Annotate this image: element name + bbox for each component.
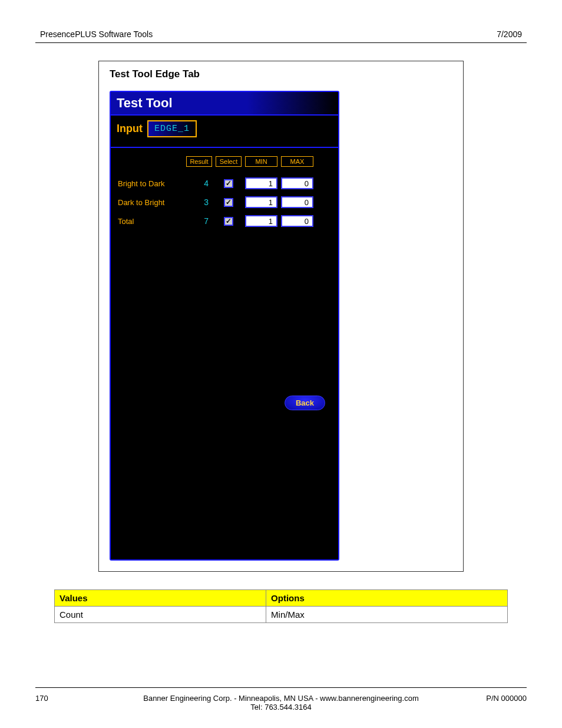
back-button[interactable]: Back — [285, 396, 325, 410]
header-select: Select — [216, 156, 242, 167]
max-input[interactable]: 0 — [281, 177, 313, 189]
input-value-box[interactable]: EDGE_1 — [147, 120, 197, 137]
min-input[interactable]: 1 — [245, 215, 277, 227]
footer-pn: P/N 000000 — [456, 694, 527, 711]
header-min: MIN — [245, 156, 277, 167]
select-checkbox[interactable] — [224, 198, 233, 207]
header-left: PresencePLUS Software Tools — [40, 29, 153, 39]
row-label: Bright to Dark — [118, 179, 183, 188]
max-input[interactable]: 0 — [281, 215, 313, 227]
footer-company: Banner Engineering Corp. - Minneapolis, … — [143, 694, 419, 703]
row-result: 7 — [186, 216, 212, 226]
header-result: Result — [186, 156, 212, 167]
max-input[interactable]: 0 — [281, 196, 313, 208]
min-input[interactable]: 1 — [245, 196, 277, 208]
row-result: 3 — [186, 197, 212, 207]
values-header: Values — [55, 590, 266, 607]
test-tool-panel: Test Tool Edge Tab Test Tool Input EDGE_… — [98, 61, 464, 572]
row-label: Total — [118, 217, 183, 226]
row-label: Dark to Bright — [118, 198, 183, 207]
page-number: 170 — [35, 694, 106, 711]
tool-body: Result Select MIN MAX Bright to Dark 4 1… — [111, 147, 338, 559]
values-cell: Count — [55, 607, 266, 623]
header-max: MAX — [281, 156, 313, 167]
page-footer: 170 Banner Engineering Corp. - Minneapol… — [35, 687, 527, 711]
row-total: Total 7 1 0 — [118, 215, 331, 227]
test-tool-frame: Test Tool Input EDGE_1 Result Select MIN… — [110, 91, 339, 561]
min-input[interactable]: 1 — [245, 177, 277, 189]
footer-tel: Tel: 763.544.3164 — [250, 703, 311, 711]
row-dark-to-bright: Dark to Bright 3 1 0 — [118, 196, 331, 208]
options-cell: Min/Max — [266, 607, 508, 623]
footer-center: Banner Engineering Corp. - Minneapolis, … — [106, 694, 456, 711]
column-headers: Result Select MIN MAX — [118, 156, 331, 167]
panel-title: Test Tool Edge Tab — [110, 68, 452, 80]
options-header: Options — [266, 590, 508, 607]
row-result: 4 — [186, 179, 212, 188]
input-row: Input EDGE_1 — [111, 116, 338, 147]
header-spacer — [118, 156, 183, 167]
input-label: Input — [117, 120, 143, 137]
select-checkbox[interactable] — [224, 179, 233, 188]
values-options-table: Values Options Count Min/Max — [54, 589, 508, 623]
header-right: 7/2009 — [497, 29, 522, 39]
page-header: PresencePLUS Software Tools 7/2009 — [35, 29, 527, 43]
select-checkbox[interactable] — [224, 217, 233, 226]
row-bright-to-dark: Bright to Dark 4 1 0 — [118, 177, 331, 189]
tool-titlebar: Test Tool — [111, 92, 338, 116]
